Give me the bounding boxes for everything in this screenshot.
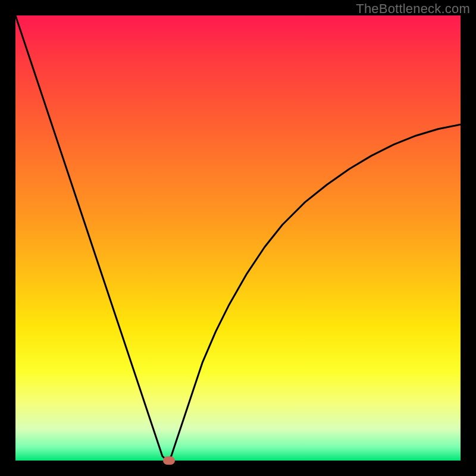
watermark-text: TheBottleneck.com [356, 1, 470, 17]
chart-frame: TheBottleneck.com [0, 0, 476, 476]
plot-area [15, 15, 461, 461]
